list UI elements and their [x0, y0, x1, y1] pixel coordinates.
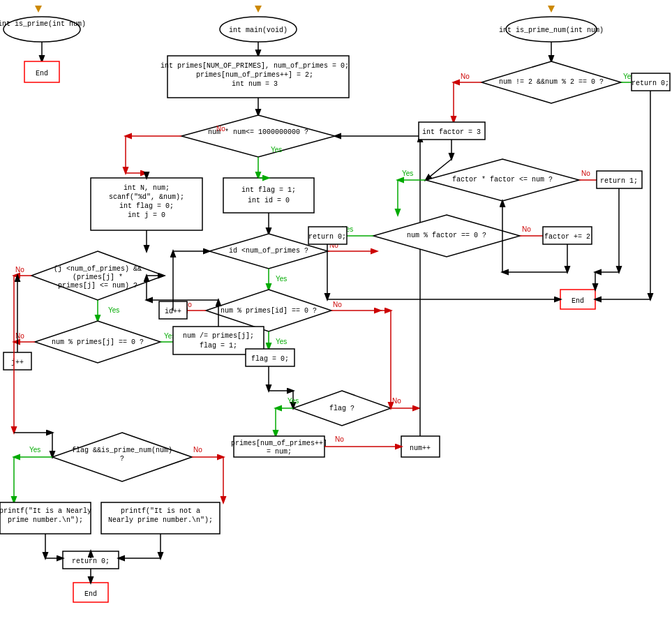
label-no-nc: No: [461, 73, 470, 80]
start-arrow-main: [255, 6, 262, 13]
flowchart-diagram: int is_prime(int num) End int main(void)…: [0, 0, 672, 628]
text-return-main: return 0;: [72, 558, 110, 565]
text-nearly-2: prime number.\n");: [8, 516, 83, 524]
text-j-inc: j++: [11, 359, 24, 366]
text-end-isprime: End: [36, 70, 48, 77]
label-no-pj: No: [15, 332, 24, 340]
text-not-nearly-2: Nearly prime number.\n");: [108, 516, 213, 524]
text-num-factor: num % factor == 0 ?: [407, 232, 486, 239]
text-num-div-2: flag = 1;: [200, 342, 237, 350]
text-primes-store-1: primes[num_of_primes++]: [231, 440, 327, 447]
start-arrow-isprime: [35, 6, 42, 13]
text-flag-init-2: int id = 0: [248, 197, 290, 204]
text-scanf-2: scanf("%d", &num);: [109, 193, 184, 201]
label-no-pid-right: No: [333, 301, 342, 308]
text-num-pid: num % primes[id] == 0 ?: [221, 307, 317, 315]
label-yes-flag: Yes: [288, 397, 299, 405]
diamond-num-loop: [181, 115, 335, 157]
text-ispnum: int is_prime_num(int num): [499, 27, 604, 34]
text-end-right: End: [572, 297, 584, 305]
text-primes-init-2: primes[num_of_primes++] = 2;: [196, 71, 313, 79]
text-return0-l: return 0;: [308, 233, 346, 241]
text-num-pj: num % primes[j] == 0 ?: [52, 338, 144, 346]
text-flag-zero: flag = 0;: [251, 355, 289, 363]
text-factor-check: factor * factor <= num ?: [452, 176, 553, 184]
label-yes-fip: Yes: [29, 446, 40, 454]
label-no-store: No: [335, 435, 344, 443]
label-yes-id: Yes: [276, 275, 287, 283]
text-primes-init-3: int num = 3: [232, 80, 278, 88]
text-scanf-1: int N, num;: [124, 184, 170, 192]
text-primes-store-2: = num;: [267, 448, 292, 456]
text-num-inc: num++: [410, 444, 431, 452]
text-scanf-4: int j = 0: [128, 211, 165, 219]
text-return0-r: return 0;: [632, 80, 669, 87]
text-scanf-3: int flag = 0;: [119, 202, 174, 210]
text-j-check-2: (primes[j] *: [73, 274, 123, 281]
text-primes-init-1: int primes[NUM_OF_PRIMES], num_of_primes…: [160, 62, 349, 70]
label-no-j: No: [15, 266, 24, 274]
start-arrow-ispnum: [548, 6, 555, 13]
label-no-flag: No: [392, 397, 401, 405]
text-return1: return 1;: [600, 177, 638, 185]
label-no-num-loop: No: [216, 125, 225, 133]
text-factor-inc: factor += 2: [544, 233, 590, 241]
text-j-check-3: primes[j] <= num) ?: [58, 282, 137, 290]
label-yes-num-loop: Yes: [271, 146, 282, 154]
label-yes-factor: Yes: [402, 170, 413, 177]
text-flag-isprime-2: ?: [120, 455, 124, 463]
text-id-check: id <num_of_primes ?: [229, 247, 308, 255]
text-isprime-1: int is_prime(int num): [0, 20, 86, 28]
rect-flag-init: [223, 178, 314, 213]
label-no-nf: No: [522, 225, 531, 233]
text-flag-init-1: int flag = 1;: [241, 186, 296, 194]
text-nearly-1: printf("It is a Nearly: [0, 507, 91, 515]
label-no-fip: No: [193, 446, 202, 454]
label-yes-pid: Yes: [276, 338, 287, 345]
text-flag-check: flag ?: [329, 405, 354, 412]
text-end-main: End: [84, 590, 97, 598]
text-num-div-1: num /= primes[j];: [183, 332, 254, 340]
text-flag-isprime-1: flag &&is_prime_num(num): [72, 447, 172, 454]
text-main: int main(void): [229, 27, 288, 34]
text-factor-init: int factor = 3: [422, 128, 481, 136]
label-no-factor: No: [581, 170, 590, 177]
text-num-check: num != 2 &&num % 2 == 0 ?: [499, 78, 604, 86]
text-j-check-1: (j <num_of_primes) &&: [54, 265, 142, 273]
label-yes-j: Yes: [108, 306, 119, 314]
text-not-nearly-1: printf("It is not a: [121, 507, 200, 515]
